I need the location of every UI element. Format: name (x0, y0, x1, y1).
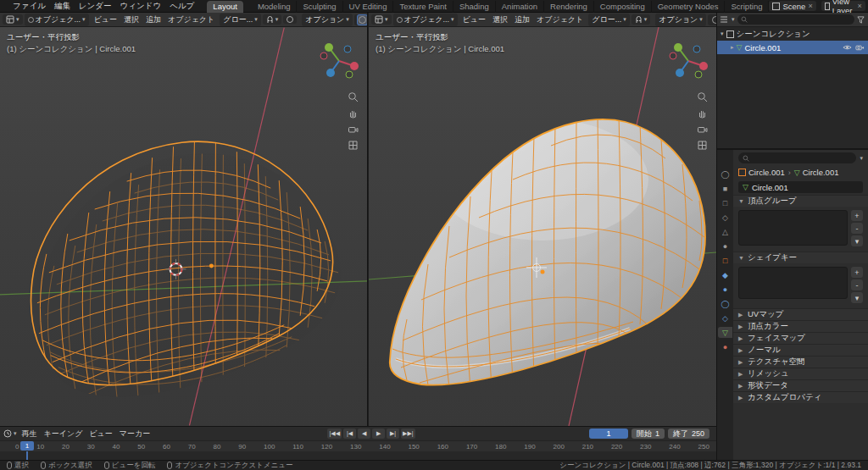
viewport-menu-item[interactable]: ビュー (459, 14, 489, 25)
properties-filter-icon[interactable]: ▾ (860, 155, 863, 162)
add-vertex-group-button[interactable]: + (851, 210, 863, 221)
section-header[interactable]: ▶ UVマップ (733, 308, 868, 320)
gizmo-y-axis[interactable] (325, 43, 333, 52)
menu-item[interactable]: レンダー (75, 1, 116, 12)
section-header-vertex-groups[interactable]: ▼ 頂点グループ (733, 195, 868, 207)
timeline-editor-icon[interactable] (3, 429, 12, 438)
gizmo-y-neg[interactable] (346, 71, 353, 78)
toggle-grid-icon[interactable] (348, 140, 359, 151)
menu-item[interactable]: ファイル (8, 1, 50, 12)
viewport-menu-item[interactable]: 選択 (120, 14, 142, 25)
gizmo-z-neg[interactable] (693, 46, 700, 53)
outliner-search-input[interactable] (737, 14, 854, 25)
transform-orientation-dropdown[interactable]: グロー... ▾ (220, 14, 260, 26)
workspace-tab[interactable]: Shading (453, 1, 496, 13)
remove-vertex-group-button[interactable]: - (851, 223, 863, 234)
section-header-shape-keys[interactable]: ▼ シェイプキー (733, 252, 868, 263)
tab-material[interactable]: ● (718, 341, 732, 352)
breadcrumb-object[interactable]: Circle.001 (738, 168, 785, 177)
viewport-menu-item[interactable]: オブジェクト (164, 14, 218, 25)
tab-layout[interactable]: Layout (207, 1, 243, 13)
tab-object-data[interactable]: ▽ (718, 327, 732, 338)
snap-button[interactable]: ▾ (632, 14, 651, 25)
unlink-scene-icon[interactable]: × (808, 2, 812, 10)
mesh-name-field[interactable]: ▽ Circle.001 (738, 181, 863, 193)
view-layer-selector[interactable]: View Layer × (821, 1, 865, 11)
tab-modifiers[interactable]: ◆ (718, 269, 732, 280)
viewport-menu-item[interactable]: 追加 (142, 14, 164, 25)
shape-keys-list[interactable] (738, 267, 848, 299)
section-header[interactable]: ▶ フェイスマップ (733, 332, 868, 344)
move-view-hand-icon[interactable] (697, 108, 708, 119)
tab-view-layer[interactable]: ◇ (718, 212, 732, 223)
properties-search-input[interactable] (738, 152, 856, 163)
workspace-tab[interactable]: Geometry Nodes (652, 1, 726, 13)
gizmo-x-neg[interactable] (670, 53, 676, 59)
shape-key-specials-button[interactable]: ▾ (851, 292, 863, 303)
outliner-row-scene-collection[interactable]: ▾ シーンコレクション (717, 27, 868, 41)
tab-scene[interactable]: △ (718, 226, 732, 237)
playback-button[interactable]: ◀ (358, 429, 370, 439)
breadcrumb-data[interactable]: ▽ Circle.001 (794, 168, 839, 177)
viewport-menu-item[interactable]: 追加 (511, 14, 533, 25)
vertex-group-specials-button[interactable]: ▾ (851, 235, 863, 246)
timeline-menu-item[interactable]: ビュー (86, 429, 115, 440)
playback-button[interactable]: ▶ (372, 429, 385, 439)
gizmo-z-axis[interactable] (676, 69, 684, 77)
filter-icon[interactable] (857, 16, 865, 24)
viewport-left-canvas[interactable]: ユーザー・平行投影 (1) シーンコレクション | Circle.001 (0, 27, 367, 426)
disable-in-renders-camera-icon[interactable] (855, 44, 865, 51)
tab-output[interactable]: □ (718, 197, 732, 208)
tab-tool[interactable]: ◯ (718, 169, 732, 180)
timeline-menu-item[interactable]: マーカー (116, 429, 153, 440)
viewport-menu-item[interactable]: オブジェクト (533, 14, 587, 25)
hide-in-viewport-eye-icon[interactable] (843, 44, 852, 51)
playback-button[interactable]: |◀ (343, 429, 356, 439)
workspace-tab[interactable]: Sculpting (297, 1, 342, 13)
timeline-menu-item[interactable]: キーイング (41, 429, 86, 440)
current-frame-field[interactable]: 1 (589, 429, 628, 439)
tab-object[interactable]: □ (718, 255, 732, 266)
outliner-editor-icon[interactable] (721, 15, 729, 24)
zoom-icon[interactable] (697, 91, 708, 102)
section-header[interactable]: ▶ 形状データ (733, 379, 868, 391)
mode-dropdown[interactable]: オブジェク... ▾ (25, 14, 89, 26)
navigation-gizmo[interactable] (666, 39, 710, 83)
gizmo-y-neg[interactable] (695, 71, 702, 78)
frame-start-field[interactable]: 開始 1 (632, 429, 665, 439)
scene-selector[interactable]: Scene × (769, 1, 815, 11)
workspace-tab[interactable]: Animation (496, 1, 544, 13)
section-header[interactable]: ▶ リメッシュ (733, 368, 868, 379)
remove-shape-key-button[interactable]: - (851, 279, 863, 290)
gizmo-x-axis[interactable] (350, 62, 359, 70)
workspace-tab[interactable]: UV Editing (343, 1, 394, 13)
playback-button[interactable]: ▶| (387, 429, 399, 439)
outliner-row-circle-001[interactable]: ▸ ▽ Circle.001 (717, 41, 868, 54)
editor-type-button[interactable]: ▾ (3, 14, 23, 25)
menu-item[interactable]: 編集 (50, 1, 75, 12)
camera-view-icon[interactable] (697, 124, 708, 135)
disclosure-triangle[interactable]: ▾ (721, 30, 724, 37)
camera-view-icon[interactable] (348, 124, 359, 135)
disclosure-triangle[interactable]: ▸ (731, 44, 734, 51)
gizmo-z-neg[interactable] (344, 46, 351, 53)
workspace-tab[interactable]: Rendering (544, 1, 594, 13)
playhead[interactable]: 1 (20, 441, 34, 451)
section-header[interactable]: ▶ カスタムプロパティ (733, 391, 868, 403)
workspace-tab[interactable]: Modeling (252, 1, 298, 13)
tab-physics[interactable]: ◯ (718, 298, 732, 309)
workspace-tab[interactable]: Compositing (594, 1, 652, 13)
section-header[interactable]: ▶ 頂点カラー (733, 320, 868, 332)
workspace-tab[interactable]: Texture Paint (393, 1, 453, 13)
gizmo-x-axis[interactable] (699, 62, 708, 70)
playback-button[interactable]: |◀◀ (327, 429, 342, 439)
shading-wireframe-button[interactable] (358, 15, 367, 25)
vertex-groups-list[interactable] (738, 210, 848, 246)
viewport-menu-item[interactable]: ビュー (91, 14, 120, 25)
workspace-tab[interactable]: Scripting (725, 1, 769, 13)
menu-item[interactable]: ヘルプ (165, 1, 198, 12)
snap-button[interactable]: ▾ (263, 14, 282, 25)
navigation-gizmo[interactable] (317, 39, 361, 83)
timeline-menu-item[interactable]: 再生 (19, 429, 41, 440)
editor-type-button[interactable]: ▾ (371, 14, 392, 25)
